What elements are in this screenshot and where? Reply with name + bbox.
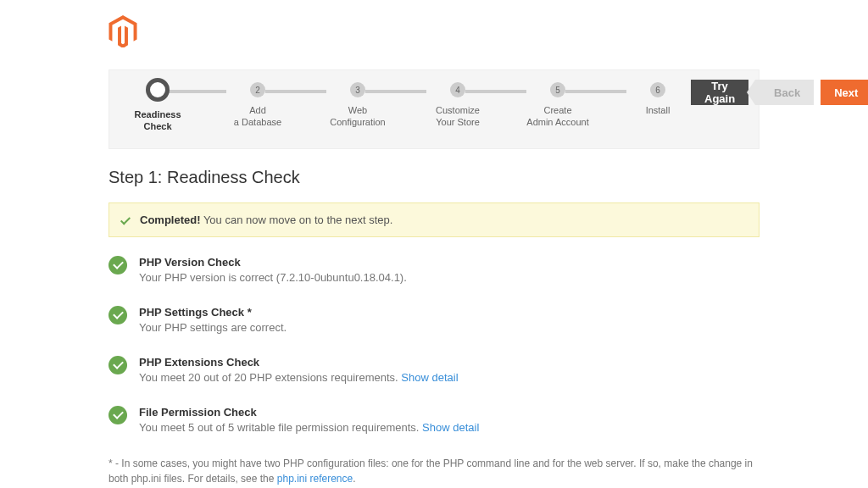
check-title: PHP Settings Check * [139,306,287,319]
check-badge-icon [108,406,127,424]
check-list: PHP Version CheckYour PHP version is cor… [108,256,760,434]
check-item: PHP Extensions CheckYou meet 20 out of 2… [108,356,760,384]
step-label: Install [646,104,670,116]
step-label: CustomizeYour Store [436,104,480,129]
step-5[interactable]: 5CreateAdmin Account [525,82,591,129]
step-2[interactable]: 2Adda Database [225,82,291,129]
stepper-bar: ReadinessCheck2Adda Database3WebConfigur… [108,69,760,149]
footnote: * - In some cases, you might have two PH… [108,456,760,486]
step-dot: 6 [650,82,665,97]
check-item: PHP Settings Check *Your PHP settings ar… [108,306,760,334]
step-dot: 2 [250,82,265,97]
magento-logo-icon [108,15,137,47]
step-label: ReadinessCheck [134,108,181,133]
check-badge-icon [108,356,127,374]
check-badge-icon [108,306,127,324]
step-6[interactable]: 6Install [625,82,691,116]
step-label: CreateAdmin Account [526,104,588,129]
check-desc: Your PHP version is correct (7.2.10-0ubu… [139,271,407,284]
magento-logo [108,15,760,51]
back-button[interactable]: Back [755,80,814,105]
check-desc: You meet 5 out of 5 writable file permis… [139,421,479,434]
step-1[interactable]: ReadinessCheck [125,82,191,133]
footnote-link[interactable]: php.ini reference [277,473,353,485]
check-desc: Your PHP settings are correct. [139,321,287,334]
alert-msg: You can now move on to the next step. [201,214,393,226]
check-desc: You meet 20 out of 20 PHP extensions req… [139,371,459,384]
check-icon [120,214,131,225]
alert-strong: Completed! [140,214,201,226]
alert-text: Completed! You can now move on to the ne… [140,214,392,226]
check-title: PHP Version Check [139,256,407,269]
step-3[interactable]: 3WebConfiguration [325,82,391,129]
footnote-text: * - In some cases, you might have two PH… [108,458,753,485]
check-item: File Permission CheckYou meet 5 out of 5… [108,406,760,434]
step-dot: 5 [550,82,565,97]
show-detail-link[interactable]: Show detail [422,421,479,434]
try-again-button[interactable]: Try Again [691,80,748,105]
check-title: PHP Extensions Check [139,356,459,369]
check-title: File Permission Check [139,406,479,419]
step-dot: 4 [450,82,465,97]
check-badge-icon [108,256,127,274]
step-label: WebConfiguration [330,104,385,129]
action-buttons: Try Again Back Next [691,80,868,105]
check-item: PHP Version CheckYour PHP version is cor… [108,256,760,284]
alert-completed: Completed! You can now move on to the ne… [108,202,760,237]
step-dot: 3 [350,82,365,97]
step-label: Adda Database [234,104,281,129]
next-button[interactable]: Next [821,80,868,105]
footnote-after: . [353,473,355,485]
page-title: Step 1: Readiness Check [108,168,760,187]
steps: ReadinessCheck2Adda Database3WebConfigur… [125,82,691,133]
step-dot [146,78,170,102]
show-detail-link[interactable]: Show detail [401,371,458,384]
step-4[interactable]: 4CustomizeYour Store [425,82,491,129]
